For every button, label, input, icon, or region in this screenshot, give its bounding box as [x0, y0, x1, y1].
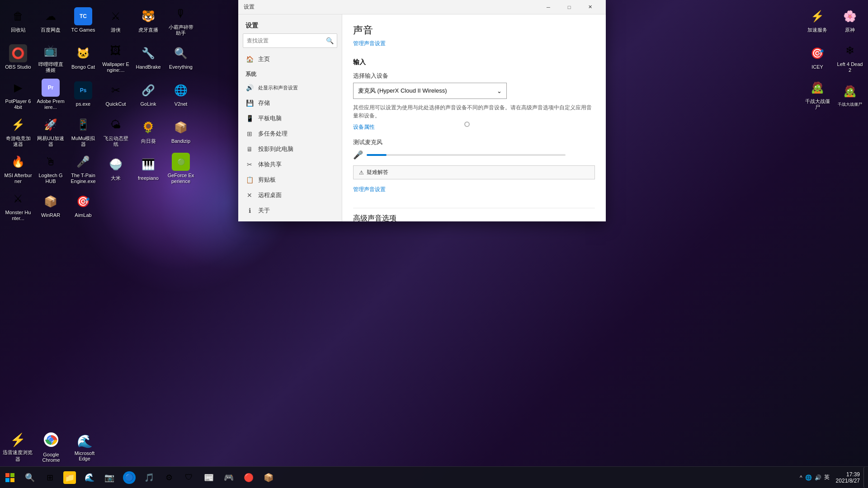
svg-rect-3	[10, 478, 14, 482]
taskbar-app-12[interactable]: 🔴	[239, 468, 259, 488]
desktop-icon-premiere[interactable]: Pr Adobe Premiere...	[35, 76, 66, 113]
settings-window: 设置 ─ □ ✕ 设置 🔍 🏠 主页	[238, 0, 606, 221]
desktop-icon-qiyou[interactable]: ⚡ 奇游电竞加速器	[2, 113, 34, 150]
troubleshoot-button[interactable]: ⚠ 疑难解答	[353, 165, 595, 179]
desktop-icon-youxia[interactable]: ⚔ 游侠	[100, 2, 132, 38]
bottom-icon-chrome[interactable]: Google Chrome	[35, 431, 67, 465]
tablet-icon: 📱	[245, 114, 254, 122]
desktop-icon-bandizip[interactable]: 📦 Bandizip	[165, 113, 197, 150]
show-desktop-button[interactable]	[863, 467, 868, 488]
desktop-icon-dami[interactable]: 🍚 大米	[100, 150, 132, 187]
desktop-icon-huya[interactable]: 🐯 虎牙直播	[132, 2, 164, 38]
taskbar-app-6[interactable]: 🔵	[119, 468, 139, 488]
desktop-icon-msi[interactable]: 🔥 MSI Afterburner	[2, 150, 34, 187]
taskbar-app-9-icon: 🛡	[183, 471, 195, 484]
taskbar-date-display: 2021/8/27	[836, 478, 860, 484]
desktop-icon-mh[interactable]: ⚔ Monster Hunter...	[2, 188, 34, 224]
file-explorer-icon: 📁	[63, 471, 76, 484]
desktop-icon-bongocat[interactable]: 🐱 Bongo Cat	[67, 39, 99, 75]
warning-icon: ⚠	[359, 169, 364, 176]
maximize-button[interactable]: □	[559, 0, 580, 14]
sidebar-item-remote[interactable]: ✕ 远程桌面	[238, 188, 342, 203]
desktop-icon-tpain[interactable]: 🎤 The T-Pain Engine.exe	[67, 150, 99, 187]
desktop-icon-bilibili[interactable]: 📺 哔哩哔哩直播姬	[35, 39, 66, 75]
taskbar-app-10-icon: 📰	[203, 471, 215, 484]
sidebar-item-display[interactable]: 🔊 处显示和声音设置	[238, 80, 342, 95]
keyboard-icon[interactable]: 英	[824, 474, 830, 481]
sidebar-item-storage[interactable]: 💾 存储	[238, 95, 342, 111]
desktop-icon-icey[interactable]: ❄ Left 4 Dead 2	[834, 39, 866, 75]
sidebar-search-input[interactable]	[243, 33, 337, 48]
sidebar-item-tablet[interactable]: 📱 平板电脑	[238, 111, 342, 126]
desktop-icon-everything[interactable]: 🔍 Everything	[165, 39, 197, 75]
desktop-icon-geforce[interactable]: 🟢 GeForce Experience	[165, 150, 197, 187]
desktop-icon-potplayer[interactable]: ▶ PotPlayer 64bit	[2, 76, 34, 113]
desktop-icon-l4d2[interactable]: 🧟 千战大战僵尸	[802, 76, 833, 113]
taskbar-app-7-icon: 🎵	[143, 471, 156, 484]
storage-icon: 💾	[245, 99, 254, 107]
sidebar-item-clipboard[interactable]: 📋 剪贴板	[238, 172, 342, 188]
desktop-icon-recycle[interactable]: 🗑 回收站	[2, 2, 34, 38]
bottom-icon-thunder[interactable]: ⚡ 迅雷速度浏览器	[2, 431, 33, 465]
desktop-icon-baidu[interactable]: ☁ 百度网盘	[35, 2, 66, 38]
sidebar-item-home[interactable]: 🏠 主页	[238, 52, 342, 67]
taskbar-app-13[interactable]: 📦	[259, 468, 278, 488]
device-props-link[interactable]: 设备属性	[353, 123, 375, 131]
desktop-icon-v2net[interactable]: 🌐 V2net	[165, 76, 197, 113]
desktop-icon-apex[interactable]: 🎯 ICEY	[802, 39, 833, 75]
desktop-icon-obs[interactable]: ⭕ OBS Studio	[2, 39, 34, 75]
desktop-icon-netease[interactable]: 🚀 网易UU加速器	[35, 113, 66, 150]
close-button[interactable]: ✕	[580, 0, 600, 14]
desktop-icon-tcgames[interactable]: TC TC Games	[67, 2, 99, 38]
advanced-section-title: 高级声音选项	[353, 214, 595, 221]
desktop-icon-wallpaper[interactable]: 🖼 Wallpaper Engine:...	[100, 39, 132, 75]
manage-sound-link2[interactable]: 管理声音设置	[353, 186, 386, 193]
desktop-icon-sunflower[interactable]: 🌻 向日葵	[132, 113, 164, 150]
clipboard-icon: 📋	[245, 176, 254, 184]
edge-taskbar-button[interactable]: 🌊	[80, 468, 99, 488]
input-section-title: 输入	[353, 58, 595, 66]
sidebar-item-about[interactable]: ℹ 关于	[238, 203, 342, 218]
start-button[interactable]	[0, 468, 20, 488]
sidebar-item-share[interactable]: ✂ 体验共享	[238, 157, 342, 172]
dropdown-chevron-icon: ⌄	[497, 88, 502, 94]
desktop-icon-freepiano[interactable]: 🎹 freepiano	[132, 150, 164, 187]
taskbar-app-7[interactable]: 🎵	[139, 468, 159, 488]
taskbar-search-button[interactable]: 🔍	[20, 468, 40, 488]
taskbar-clock[interactable]: 17:39 2021/8/27	[832, 471, 863, 484]
desktop-icon-ps[interactable]: Ps ps.exe	[67, 76, 99, 113]
desktop-icon-quickcut[interactable]: ✂ QuickCut	[100, 76, 132, 113]
network-icon[interactable]: 🌐	[805, 474, 812, 481]
taskbar-app-9[interactable]: 🛡	[179, 468, 199, 488]
desktop-icon-feiyun[interactable]: 🌤 飞云动态壁纸	[100, 113, 132, 150]
desktop-icon-logitech[interactable]: 🖱 Logitech G HUB	[35, 150, 66, 187]
input-device-dropdown[interactable]: 麦克风 (HyperX Cloud II Wireless) ⌄	[353, 83, 507, 99]
sidebar-item-multitask[interactable]: ⊞ 多任务处理	[238, 126, 342, 141]
taskbar-app-5-icon: 📷	[103, 471, 116, 484]
multitask-icon: ⊞	[245, 130, 254, 138]
desktop-icon-pvz[interactable]: 🧟 千战大战僵尸	[834, 76, 866, 113]
desktop-icon-mumu[interactable]: 📱 MuMu模拟器	[67, 113, 99, 150]
bottom-icon-edge[interactable]: 🌊 Microsoft Edge	[69, 431, 100, 465]
taskbar-app-5[interactable]: 📷	[99, 468, 119, 488]
desktop-icon-aimlab[interactable]: 🎯 AimLab	[67, 188, 99, 224]
desktop: 🗑 回收站 ☁ 百度网盘 TC TC Games ⚔ 游侠 🐯 虎牙直播 🎙 小…	[0, 0, 868, 488]
sidebar-item-project[interactable]: 🖥 投影到此电脑	[238, 141, 342, 157]
taskbar-app-10[interactable]: 📰	[199, 468, 219, 488]
desktop-icon-handbrake[interactable]: 🔧 HandBrake	[132, 39, 164, 75]
taskbar-app-8[interactable]: ⚙	[159, 468, 179, 488]
desktop-icon-golink[interactable]: 🔗 GoLink	[132, 76, 164, 113]
tray-hide-icon[interactable]: ^	[800, 474, 802, 481]
desktop-icon-genshin[interactable]: 🌸 原神	[834, 2, 866, 38]
desktop-icon-xiaoshou[interactable]: 🎙 小霸声碎带助手	[165, 2, 197, 38]
desktop-icon-winrar[interactable]: 📦 WinRAR	[35, 188, 66, 224]
manage-sound-link[interactable]: 管理声音设置	[353, 40, 386, 47]
task-view-button[interactable]: ⊞	[40, 468, 60, 488]
desktop-icon-speed[interactable]: ⚡ 加速服务	[802, 2, 833, 38]
file-explorer-button[interactable]: 📁	[60, 468, 80, 488]
test-mic-label: 测试麦克风	[353, 138, 595, 146]
taskbar-search-icon: 🔍	[24, 471, 36, 484]
minimize-button[interactable]: ─	[538, 0, 559, 14]
volume-icon[interactable]: 🔊	[815, 474, 821, 481]
taskbar-app-11[interactable]: 🎮	[219, 468, 239, 488]
